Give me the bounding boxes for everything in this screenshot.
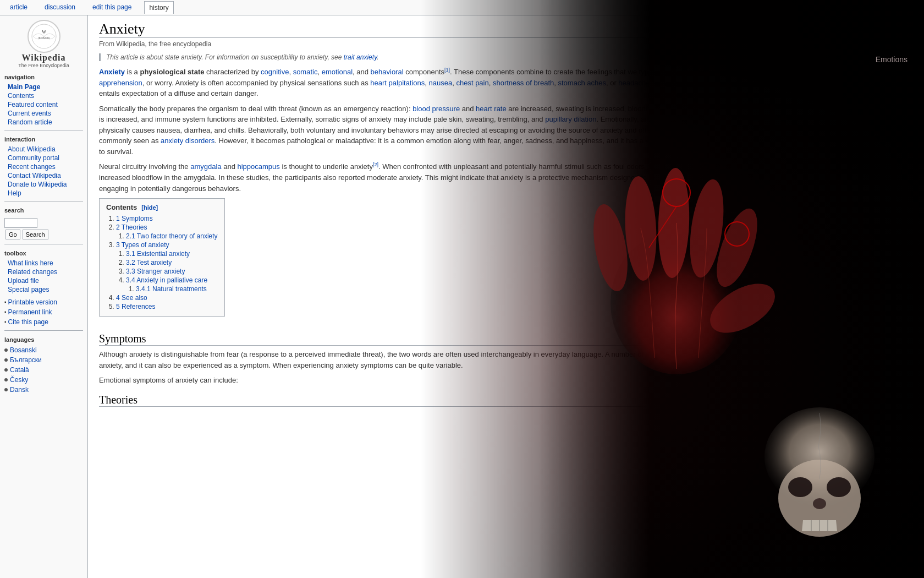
theories-heading: Theories (99, 394, 754, 407)
toolbox-section-title: toolbox (4, 250, 83, 257)
toc-link-stranger[interactable]: 3.3 Stranger anxiety (126, 268, 185, 275)
toc-item-existential: 3.1 Existential anxiety (126, 250, 218, 258)
link-shortness[interactable]: shortness of breath (493, 79, 554, 87)
svg-text:IKIPEDIA: IKIPEDIA (38, 36, 50, 40)
toc-title-text: Contents (106, 203, 137, 211)
toc-sublist-theories: 2.1 Two factor theory of anxiety (116, 232, 218, 240)
tab-discussion[interactable]: discussion (40, 1, 80, 14)
search-go-button[interactable]: Go (6, 230, 20, 239)
search-search-button[interactable]: Search (23, 230, 48, 239)
link-amygdala[interactable]: amygdala (190, 163, 221, 171)
tab-history[interactable]: history (144, 1, 173, 14)
sidebar-item-upload[interactable]: Upload file (4, 276, 83, 285)
toc-link-two-factor[interactable]: 2.1 Two factor theory of anxiety (126, 232, 218, 240)
permanent-item: ▪ Permanent link (4, 307, 83, 317)
sidebar-divider-1 (4, 130, 83, 130)
sidebar-item-main-page[interactable]: Main Page (4, 83, 83, 91)
wiki-logo-circle: W IKIPEDIA (28, 20, 61, 53)
sidebar-item-community[interactable]: Community portal (4, 154, 83, 162)
lang-link-bulgarian[interactable]: Български (10, 356, 42, 364)
sidebar-item-events[interactable]: Current events (4, 109, 83, 118)
toc-link-natural[interactable]: 3.4.1 Natural treatments (136, 285, 207, 293)
search-input[interactable] (4, 218, 37, 228)
wikipedia-globe-icon: W IKIPEDIA (30, 23, 58, 50)
toc-item-types: 3 Types of anxiety 3.1 Existential anxie… (116, 241, 218, 293)
link-cognitive[interactable]: cognitive (261, 68, 289, 76)
link-nausea[interactable]: nausea (429, 79, 453, 87)
toc-list: 1 Symptoms 2 Theories 2.1 Two factor the… (106, 215, 218, 310)
link-heart-rate[interactable]: heart rate (476, 105, 507, 113)
sidebar-item-help[interactable]: Help (4, 189, 83, 198)
toc-item-see-also: 4 See also (116, 294, 218, 302)
link-stomach[interactable]: stomach aches (558, 79, 606, 87)
tab-edit[interactable]: edit this page (88, 1, 136, 14)
link-headache[interactable]: headache (618, 79, 650, 87)
link-anxiety-disorders[interactable]: anxiety disorders (161, 137, 215, 145)
wiki-logo-sub: The Free Encyclopedia (4, 63, 83, 68)
sidebar-item-special[interactable]: Special pages (4, 285, 83, 294)
hatnote-text: This article is about state anxiety. For… (106, 53, 344, 61)
hatnote-link[interactable]: trait anxiety (344, 53, 377, 61)
lang-link-danish[interactable]: Dansk (10, 385, 29, 394)
sidebar-item-printable[interactable]: Printable version (8, 298, 57, 307)
link-pupillary[interactable]: pupillary dilation (545, 115, 596, 123)
toc-link-theories[interactable]: 2 Theories (116, 223, 147, 231)
toc-toggle[interactable]: [hide] (141, 204, 158, 211)
link-emotional[interactable]: emotional (322, 68, 353, 76)
toc-link-existential[interactable]: 3.1 Existential anxiety (126, 250, 190, 258)
toc-link-references[interactable]: 5 References (116, 303, 155, 310)
toc-link-symptoms[interactable]: 1 Symptoms (116, 215, 153, 222)
toc-sublist-palliative: 3.4.1 Natural treatments (126, 285, 218, 293)
interaction-section-title: interaction (4, 136, 83, 143)
lang-bullet-icon-3 (4, 368, 8, 372)
toc-item-theories: 2 Theories 2.1 Two factor theory of anxi… (116, 223, 218, 240)
lang-link-czech[interactable]: Česky (10, 375, 28, 384)
top-bar: article discussion edit this page histor… (0, 0, 765, 15)
toc-link-palliative[interactable]: 3.4 Anxiety in palliative care (126, 276, 207, 284)
login-link[interactable]: Log in / create account (692, 4, 759, 12)
link-apprehension[interactable]: apprehension (99, 79, 142, 87)
sidebar-divider-2 (4, 201, 83, 201)
link-blood-pressure[interactable]: blood pressure (413, 105, 460, 113)
link-somatic[interactable]: somatic (293, 68, 318, 76)
link-behavioral[interactable]: behavioral (371, 68, 404, 76)
sidebar-item-related-changes[interactable]: Related changes (4, 268, 83, 276)
sidebar-item-contents[interactable]: Contents (4, 91, 83, 100)
page-title: Anxiety (99, 21, 754, 38)
sidebar-item-cite[interactable]: Cite this page (8, 318, 48, 326)
wiki-logo: W IKIPEDIA Wikipedia The Free Encycloped… (4, 20, 83, 68)
link-chest-pain[interactable]: chest pain (456, 79, 488, 87)
toc-link-see-also[interactable]: 4 See also (116, 294, 147, 302)
lang-bullet-icon-2 (4, 358, 8, 362)
svg-text:W: W (42, 30, 46, 35)
main-layout: W IKIPEDIA Wikipedia The Free Encycloped… (0, 15, 765, 578)
sidebar-item-random[interactable]: Random article (4, 118, 83, 127)
wiki-page: article discussion edit this page histor… (0, 0, 765, 578)
toc-link-test[interactable]: 3.2 Test anxiety (126, 259, 172, 266)
lang-bullet-icon-4 (4, 378, 8, 381)
lang-link-bosanski[interactable]: Bosanski (10, 346, 37, 355)
sidebar-item-recent[interactable]: Recent changes (4, 162, 83, 171)
link-fear[interactable]: fear (709, 68, 721, 76)
sidebar-item-contact[interactable]: Contact Wikipedia (4, 171, 83, 180)
link-anxiety[interactable]: Anxiety (99, 68, 125, 76)
tab-article[interactable]: article (6, 1, 32, 14)
toc-link-types[interactable]: 3 Types of anxiety (116, 241, 169, 249)
link-hippocampus[interactable]: hippocampus (237, 163, 279, 171)
lang-link-catala[interactable]: Català (10, 366, 29, 374)
toc-item-references: 5 References (116, 303, 218, 310)
main-content: Anxiety From Wikipedia, the free encyclo… (88, 15, 765, 578)
sidebar-item-what-links[interactable]: What links here (4, 259, 83, 268)
wiki-logo-name: Wikipedia (4, 53, 83, 63)
link-heart-palp[interactable]: heart palpitations (370, 79, 425, 87)
sidebar-item-featured[interactable]: Featured content (4, 100, 83, 109)
toc-item-natural: 3.4.1 Natural treatments (136, 285, 218, 293)
sidebar-item-permanent[interactable]: Permanent link (8, 308, 52, 317)
sidebar-item-donate[interactable]: Donate to Wikipedia (4, 180, 83, 189)
top-tabs: article discussion edit this page histor… (6, 1, 174, 14)
symptoms-para1: Although anxiety is distinguishable from… (99, 349, 754, 370)
printable-item: ▪ Printable version (4, 297, 83, 307)
page-subtitle: From Wikipedia, the free encyclopedia (99, 40, 754, 48)
sidebar-item-about[interactable]: About Wikipedia (4, 145, 83, 154)
lang-catala: Català (4, 365, 83, 375)
